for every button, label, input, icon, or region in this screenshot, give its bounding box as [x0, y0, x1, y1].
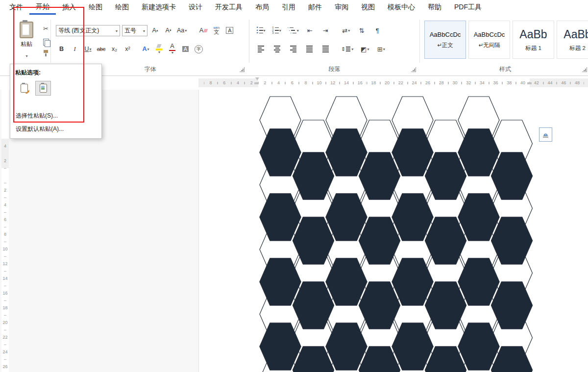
- paste-keep-formatting-button[interactable]: [16, 81, 32, 96]
- font-name-value: 等线 (西文正文): [58, 26, 99, 35]
- ruler-number: 6: [285, 78, 299, 87]
- ribbon-tab[interactable]: 绘图: [82, 0, 109, 15]
- enclose-character-glyph: 字: [195, 45, 203, 53]
- ribbon-tab[interactable]: 布局: [249, 0, 275, 15]
- bullet-list-button[interactable]: [255, 25, 267, 36]
- ribbon-tab[interactable]: 视图: [355, 0, 381, 15]
- ruler-number: 42: [530, 78, 543, 87]
- font-size-select[interactable]: 五号: [122, 25, 147, 36]
- hanging-indent-marker[interactable]: [254, 82, 259, 84]
- styles-dialog-launcher[interactable]: [582, 67, 587, 72]
- underline-button[interactable]: U: [82, 43, 94, 55]
- ruler-number: 24: [408, 78, 421, 87]
- distribute-icon: [322, 46, 329, 52]
- sort-button[interactable]: ⇅: [356, 25, 368, 36]
- shrink-font-button[interactable]: A: [163, 25, 174, 36]
- clear-formatting-button[interactable]: A: [197, 25, 209, 36]
- justify-button[interactable]: [304, 43, 315, 55]
- superscript-button[interactable]: x²: [122, 43, 133, 55]
- ribbon-tab[interactable]: 审阅: [328, 0, 355, 15]
- ribbon-tab[interactable]: 开始: [29, 0, 56, 15]
- decrease-indent-button[interactable]: ⇤: [304, 25, 316, 36]
- paste-options-title: 粘贴选项:: [10, 64, 101, 80]
- paste-menu-item[interactable]: 选择性粘贴(S)...: [10, 109, 101, 123]
- ruler-number: 18: [367, 78, 381, 87]
- ruler-number: 38: [502, 78, 516, 87]
- ribbon-tab[interactable]: PDF工具: [448, 0, 488, 15]
- format-painter-button[interactable]: [43, 50, 49, 56]
- style-name: 标题 2: [569, 45, 586, 52]
- phonetic-hanzi-label: 文: [214, 29, 219, 35]
- style-preview: AaBb: [564, 28, 588, 41]
- phonetic-guide-button[interactable]: wén 文: [211, 25, 222, 36]
- ribbon-tab[interactable]: 文件: [3, 0, 29, 15]
- layout-options-icon: [541, 130, 550, 139]
- ribbon-tab[interactable]: 新建选项卡: [135, 0, 182, 15]
- style-card[interactable]: AaBb 标题 1: [513, 21, 554, 59]
- group-separator: [249, 20, 249, 63]
- style-preview: AaBbCcDc: [430, 31, 461, 38]
- character-border-button[interactable]: A: [224, 25, 235, 36]
- styles-group: AaBbCcDc ↵正文 AaBbCcDc ↵无间隔 AaBb 标题 1 AaB…: [422, 15, 588, 75]
- ruler-number: 34: [475, 78, 489, 87]
- asian-layout-button[interactable]: ⇄: [341, 25, 352, 36]
- line-spacing-button[interactable]: ⇕: [340, 43, 354, 55]
- grow-font-button[interactable]: A: [149, 25, 161, 36]
- multilevel-list-button[interactable]: [287, 25, 300, 36]
- shading-button[interactable]: ◩: [359, 43, 370, 55]
- layout-options-button[interactable]: [539, 127, 552, 142]
- strikethrough-button[interactable]: abc: [96, 43, 107, 55]
- ribbon-tab[interactable]: 邮件: [302, 0, 328, 15]
- numbered-list-button[interactable]: [271, 25, 282, 36]
- ribbon-tab[interactable]: 设计: [182, 0, 209, 15]
- style-card[interactable]: AaBbCcDc ↵无间隔: [468, 21, 510, 59]
- paste-as-picture-button[interactable]: [35, 81, 51, 96]
- ruler-number: 2: [258, 78, 272, 87]
- align-right-button[interactable]: [288, 43, 299, 55]
- italic-button[interactable]: I: [69, 43, 80, 55]
- font-name-select[interactable]: 等线 (西文正文): [56, 25, 120, 36]
- paste-clipboard-icon: [20, 22, 33, 38]
- paste-menu-item[interactable]: 设置默认粘贴(A)...: [10, 123, 101, 136]
- copy-button[interactable]: [43, 39, 49, 46]
- paste-dropdown-menu: 粘贴选项: 选择性粘贴(S)...设置默认粘贴(A)...: [10, 64, 102, 139]
- distribute-button[interactable]: [320, 43, 331, 55]
- ribbon-tab[interactable]: 帮助: [421, 0, 448, 15]
- ruler-number: 16: [353, 78, 367, 87]
- ruler-number: 8: [299, 78, 313, 87]
- style-preview: AaBbCcDc: [474, 31, 505, 38]
- enclose-characters-button[interactable]: 字: [193, 43, 204, 55]
- ribbon-tab[interactable]: 绘图: [109, 0, 135, 15]
- ruler-main: 246810121416182022242628303234363840: [258, 78, 530, 87]
- ruler-number: 26: [421, 78, 435, 87]
- right-indent-marker[interactable]: [527, 82, 532, 84]
- ribbon-tab[interactable]: 插入: [56, 0, 82, 15]
- ribbon-tab[interactable]: 引用: [275, 0, 302, 15]
- paragraph-dialog-launcher[interactable]: [411, 67, 416, 72]
- subscript-button[interactable]: x₂: [109, 43, 120, 55]
- align-center-button[interactable]: [271, 43, 283, 55]
- paste-as-picture-icon: [40, 84, 47, 93]
- font-color-bar: [169, 50, 175, 51]
- increase-indent-button[interactable]: ⇥: [320, 25, 331, 36]
- ribbon-tab[interactable]: 开发工具: [209, 0, 249, 15]
- text-highlight-button[interactable]: [153, 43, 165, 55]
- paragraph-group-label: 段落: [252, 65, 416, 74]
- font-dialog-launcher[interactable]: [240, 67, 245, 72]
- borders-button[interactable]: ⊞: [375, 43, 387, 55]
- style-card[interactable]: AaBb 标题 2: [557, 21, 588, 59]
- ruler-number: 30: [448, 78, 462, 87]
- cut-button[interactable]: [40, 23, 51, 34]
- font-size-value: 五号: [124, 26, 136, 35]
- style-card[interactable]: AaBbCcDc ↵正文: [424, 21, 466, 59]
- text-effects-button[interactable]: A: [140, 43, 151, 55]
- bullet-list-icon: [256, 27, 263, 34]
- font-color-button[interactable]: A: [167, 43, 178, 55]
- align-left-button[interactable]: [255, 43, 267, 55]
- character-shading-button[interactable]: A: [180, 43, 191, 55]
- change-case-button[interactable]: Aa: [176, 25, 188, 36]
- ribbon-tab[interactable]: 模板中心: [381, 0, 421, 15]
- bold-button[interactable]: B: [56, 43, 67, 55]
- ruler-number: 28: [435, 78, 448, 87]
- show-hide-marks-button[interactable]: ¶: [372, 25, 383, 36]
